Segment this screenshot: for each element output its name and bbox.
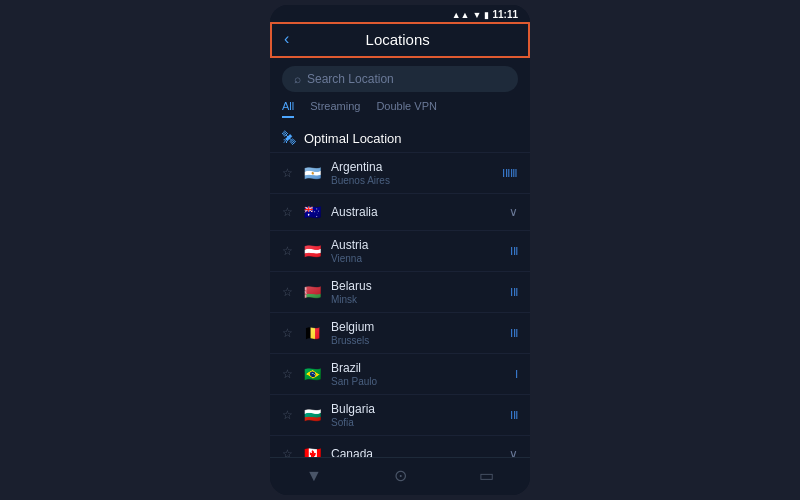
location-name: Belarus: [331, 279, 502, 293]
nav-recents-icon[interactable]: ▭: [479, 466, 494, 485]
tab-double-vpn[interactable]: Double VPN: [376, 100, 437, 118]
back-button[interactable]: ‹: [284, 30, 289, 48]
bottom-navigation: ▼ ⊙ ▭: [270, 457, 530, 495]
signal-strength-icon: ⅠⅡ: [510, 409, 518, 422]
search-icon: ⌕: [294, 72, 301, 86]
list-item[interactable]: ☆ 🇧🇾 Belarus Minsk ⅠⅡ: [270, 271, 530, 312]
list-item[interactable]: ☆ 🇧🇪 Belgium Brussels ⅠⅡ: [270, 312, 530, 353]
star-icon[interactable]: ☆: [282, 244, 293, 258]
star-icon[interactable]: ☆: [282, 408, 293, 422]
location-name: Canada: [331, 447, 501, 457]
location-city: San Paulo: [331, 376, 507, 387]
location-city: Brussels: [331, 335, 502, 346]
signal-icon: ▲▲: [452, 10, 470, 20]
location-info-bulgaria: Bulgaria Sofia: [331, 402, 502, 428]
location-name: Belgium: [331, 320, 502, 334]
location-info-austria: Austria Vienna: [331, 238, 502, 264]
star-icon[interactable]: ☆: [282, 326, 293, 340]
chevron-down-icon: ∨: [509, 447, 518, 457]
location-name: Australia: [331, 205, 501, 219]
flag-belgium: 🇧🇪: [301, 322, 323, 344]
status-bar: ▲▲ ▼ ▮ 11:11: [270, 5, 530, 22]
list-item[interactable]: ☆ 🇧🇷 Brazil San Paulo Ⅰ: [270, 353, 530, 394]
tab-streaming[interactable]: Streaming: [310, 100, 360, 118]
phone-container: ▲▲ ▼ ▮ 11:11 ‹ Locations ⌕ Search Locati…: [270, 5, 530, 495]
flag-australia: 🇦🇺: [301, 201, 323, 223]
flag-argentina: 🇦🇷: [301, 162, 323, 184]
location-info-brazil: Brazil San Paulo: [331, 361, 507, 387]
location-city: Vienna: [331, 253, 502, 264]
location-info-belgium: Belgium Brussels: [331, 320, 502, 346]
list-item[interactable]: ☆ 🇨🇦 Canada ∨: [270, 435, 530, 457]
location-city: Sofia: [331, 417, 502, 428]
location-info-canada: Canada: [331, 447, 501, 457]
signal-strength-icon: ⅠⅡ: [510, 245, 518, 258]
tabs-container: All Streaming Double VPN: [270, 100, 530, 118]
header: ‹ Locations: [270, 22, 530, 58]
star-icon[interactable]: ☆: [282, 447, 293, 457]
signal-strength-icon: ⅠⅡ: [510, 327, 518, 340]
star-icon[interactable]: ☆: [282, 205, 293, 219]
optimal-icon: 🛰: [282, 130, 296, 146]
signal-strength-icon: ⅠⅡⅢ: [502, 167, 518, 180]
location-city: Buenos Aires: [331, 175, 494, 186]
flag-brazil: 🇧🇷: [301, 363, 323, 385]
status-icons: ▲▲ ▼ ▮ 11:11: [452, 9, 518, 20]
chevron-down-icon: ∨: [509, 205, 518, 219]
flag-austria: 🇦🇹: [301, 240, 323, 262]
star-icon[interactable]: ☆: [282, 367, 293, 381]
nav-back-icon[interactable]: ▼: [306, 467, 322, 485]
location-name: Brazil: [331, 361, 507, 375]
list-item[interactable]: ☆ 🇦🇺 Australia ∨: [270, 193, 530, 230]
flag-canada: 🇨🇦: [301, 443, 323, 457]
location-name: Argentina: [331, 160, 494, 174]
list-item[interactable]: ☆ 🇧🇬 Bulgaria Sofia ⅠⅡ: [270, 394, 530, 435]
star-icon[interactable]: ☆: [282, 285, 293, 299]
flag-bulgaria: 🇧🇬: [301, 404, 323, 426]
location-list: 🛰 Optimal Location ☆ 🇦🇷 Argentina Buenos…: [270, 122, 530, 457]
battery-icon: ▮: [484, 10, 489, 20]
search-bar[interactable]: ⌕ Search Location: [282, 66, 518, 92]
tab-all[interactable]: All: [282, 100, 294, 118]
status-time: 11:11: [492, 9, 518, 20]
signal-strength-icon: Ⅰ: [515, 368, 518, 381]
location-name: Austria: [331, 238, 502, 252]
location-info-australia: Australia: [331, 205, 501, 219]
location-info-belarus: Belarus Minsk: [331, 279, 502, 305]
location-city: Minsk: [331, 294, 502, 305]
wifi-icon: ▼: [473, 10, 482, 20]
search-placeholder: Search Location: [307, 72, 394, 86]
nav-home-icon[interactable]: ⊙: [394, 466, 407, 485]
star-icon[interactable]: ☆: [282, 166, 293, 180]
signal-strength-icon: ⅠⅡ: [510, 286, 518, 299]
flag-belarus: 🇧🇾: [301, 281, 323, 303]
page-title: Locations: [297, 31, 498, 48]
location-info-argentina: Argentina Buenos Aires: [331, 160, 494, 186]
list-item[interactable]: ☆ 🇦🇷 Argentina Buenos Aires ⅠⅡⅢ: [270, 152, 530, 193]
optimal-location-row[interactable]: 🛰 Optimal Location: [270, 122, 530, 152]
location-name: Bulgaria: [331, 402, 502, 416]
list-item[interactable]: ☆ 🇦🇹 Austria Vienna ⅠⅡ: [270, 230, 530, 271]
optimal-label: Optimal Location: [304, 131, 402, 146]
